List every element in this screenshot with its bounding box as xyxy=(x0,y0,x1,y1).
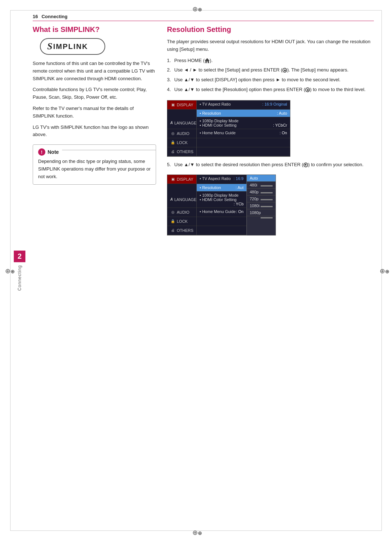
menu2-others-icon: 🖨 xyxy=(170,228,175,233)
simplink-para4: LG TV's with SIMPLINK function has the l… xyxy=(33,124,156,139)
resolution-intro: The player provides several output resol… xyxy=(167,38,374,53)
menu-item-audio: ◎ AUDIO xyxy=(167,129,196,138)
simplink-heading: What is SIMPLINK? xyxy=(33,25,156,34)
simplink-logo-inner: S IMPLINK xyxy=(47,41,88,52)
chapter-number: 2 xyxy=(14,250,25,262)
step-4: 4. Use ▲/▼ to select the [Resolution] op… xyxy=(167,86,374,94)
display-label: DISPLAY xyxy=(177,103,193,107)
menu-item-display: ▣ DISPLAY xyxy=(167,101,196,110)
menu-item-language: A LANGUAGE xyxy=(167,117,196,129)
menu2-language-icon: A xyxy=(170,197,173,202)
res-1080i: 1080i ▬▬▬ xyxy=(247,202,275,209)
step-2-num: 2. xyxy=(167,66,171,74)
res-1080i-bar: ▬▬▬ xyxy=(261,204,273,208)
step-4-num: 4. xyxy=(167,86,171,94)
aspect-value: : 16:9 Original xyxy=(262,102,287,106)
step5-list: 5. Use ▲/▼ to select the desired resolut… xyxy=(167,161,374,171)
menu2-lock-label: LOCK xyxy=(177,219,188,224)
note-icon: ! xyxy=(38,148,45,156)
resolution-dropdown: Auto 480i ▬▬▬ 480p ▬▬▬ 720p ▬▬▬ 1080i ▬▬… xyxy=(247,175,276,235)
steps-list: 1. Press HOME (). 2. Use ◄ / ► to select… xyxy=(167,57,374,96)
audio-icon: ◎ xyxy=(170,131,175,136)
menu2-display-mode-row: • 1080p Display Mode xyxy=(200,193,244,197)
hdmi-color-value: : YCbCr xyxy=(273,123,287,127)
language-label: LANGUAGE xyxy=(174,121,196,125)
menu2-row-language: A LANGUAGE • 1080p Display Mode • HDMI C… xyxy=(167,192,246,208)
home-icon xyxy=(205,58,210,63)
step-3-num: 3. xyxy=(167,76,171,84)
menu-row-language: A LANGUAGE • 1080p Display Mode • HDMI C… xyxy=(167,117,290,129)
res-480p: 480p ▬▬▬ xyxy=(247,189,275,196)
crosshair-top-icon: ⊕ xyxy=(192,5,200,12)
menu2-lock-content xyxy=(196,217,246,226)
menu2-aspect-row: • TV Aspect Ratio : 16:9 xyxy=(200,176,244,181)
menu2-others-content xyxy=(196,226,246,235)
home-menu-guide-row: • Home Menu Guide : On xyxy=(200,131,287,135)
step-5-text: Use ▲/▼ to select the desired resolution… xyxy=(174,162,363,167)
menu2-row-lock: 🔒 LOCK xyxy=(167,217,246,226)
res-480i: 480i ▬▬▬ xyxy=(247,182,275,189)
res-480i-bar: ▬▬▬ xyxy=(261,183,273,187)
sidebar-chapter: 2 Connecting xyxy=(10,250,29,291)
display-mode-row: • 1080p Display Mode xyxy=(200,119,287,123)
step-1-num: 1. xyxy=(167,57,171,65)
menu-screenshot-2-container: ▣ DISPLAY • TV Aspect Ratio : 16:9 • Res… xyxy=(167,175,290,235)
sidebar: 2 Connecting xyxy=(10,10,29,531)
home-menu-value: : On xyxy=(279,131,287,135)
menu2-item-display: ▣ DISPLAY xyxy=(167,175,196,184)
menu2-item-others: 🖨 OTHERS xyxy=(167,226,196,235)
note-box: ! Note Depending on the disc type or pla… xyxy=(33,144,156,184)
menu2-display-label: DISPLAY xyxy=(177,177,193,181)
step-1: 1. Press HOME (). xyxy=(167,57,374,65)
menu2-others-label: OTHERS xyxy=(177,228,193,233)
lock-label: LOCK xyxy=(177,140,188,145)
note-header: ! Note xyxy=(38,148,151,156)
lock-icon: 🔒 xyxy=(170,140,175,145)
step-2-text: Use ◄ / ► to select the [Setup] and pres… xyxy=(174,67,348,73)
menu2-resolution-highlighted: • Resolution : Aut xyxy=(196,184,246,192)
menu2-hdmi-color-row: • HDMI Color Setting : YCb xyxy=(200,197,244,202)
menu2-home-value: : On xyxy=(236,209,244,214)
menu2-row-resolution: • Resolution : Aut xyxy=(167,184,246,192)
lock-content xyxy=(196,138,290,147)
menu-item-lock: 🔒 LOCK xyxy=(167,138,196,147)
hdmi-color-row: • HDMI Color Setting : YCbCr xyxy=(200,123,287,127)
simplink-para2: Controllable functions by LG TV's remote… xyxy=(33,86,156,101)
others-label: OTHERS xyxy=(177,149,193,154)
res-1080p-bar: ▬▬▬ xyxy=(261,215,273,219)
menu2-display-content: • TV Aspect Ratio : 16:9 xyxy=(196,175,246,184)
step-5: 5. Use ▲/▼ to select the desired resolut… xyxy=(167,161,374,169)
menu2-aspect-value: : 16:9 xyxy=(233,176,244,181)
note-line xyxy=(62,150,156,150)
res-480p-bar: ▬▬▬ xyxy=(261,190,273,194)
menu2-resolution-label: • Resolution xyxy=(200,185,221,190)
menu-row-audio: ◎ AUDIO • Home Menu Guide : On xyxy=(167,129,290,138)
language-content: • 1080p Display Mode • HDMI Color Settin… xyxy=(196,117,290,129)
menu2-audio-icon: ◎ xyxy=(170,210,175,215)
menu2-audio-label: AUDIO xyxy=(177,210,189,214)
page-header: 16 Connecting xyxy=(33,14,374,21)
header-section-label: Connecting xyxy=(41,14,68,19)
step-1-text: Press HOME (). xyxy=(174,58,213,63)
step-3: 3. Use ▲/▼ to select [DISPLAY] option th… xyxy=(167,76,374,84)
crosshair-right-icon: ⊕ xyxy=(380,267,387,274)
menu2-row-audio: ◎ AUDIO • Home Menu Guide : On xyxy=(167,208,246,217)
sidebar-label: Connecting xyxy=(17,265,22,291)
res-auto: Auto xyxy=(247,175,275,182)
menu-item-others: 🖨 OTHERS xyxy=(167,147,196,156)
menu2-item-language: A LANGUAGE xyxy=(167,192,196,208)
left-column: What is SIMPLINK? S IMPLINK Some functio… xyxy=(33,25,156,523)
menu2-language-label: LANGUAGE xyxy=(174,197,196,202)
menu2-display-icon: ▣ xyxy=(170,177,175,182)
menu2-home-menu-row: • Home Menu Guide : On xyxy=(200,209,244,214)
menu-row-lock: 🔒 LOCK xyxy=(167,138,290,147)
res-720p-bar: ▬▬▬ xyxy=(261,197,273,201)
menu2-hdmi-value: : YCb xyxy=(234,202,244,206)
display-content: • TV Aspect Ratio : 16:9 Original xyxy=(196,101,290,110)
main-content: What is SIMPLINK? S IMPLINK Some functio… xyxy=(33,25,374,523)
res-720p: 720p ▬▬▬ xyxy=(247,196,275,202)
crosshair-bottom-icon: ⊕ xyxy=(192,529,200,536)
step-3-text: Use ▲/▼ to select [DISPLAY] option then … xyxy=(174,77,340,82)
menu-screenshot-2: ▣ DISPLAY • TV Aspect Ratio : 16:9 • Res… xyxy=(167,175,247,235)
simplink-para1: Some functions of this unit can be contr… xyxy=(33,60,156,82)
